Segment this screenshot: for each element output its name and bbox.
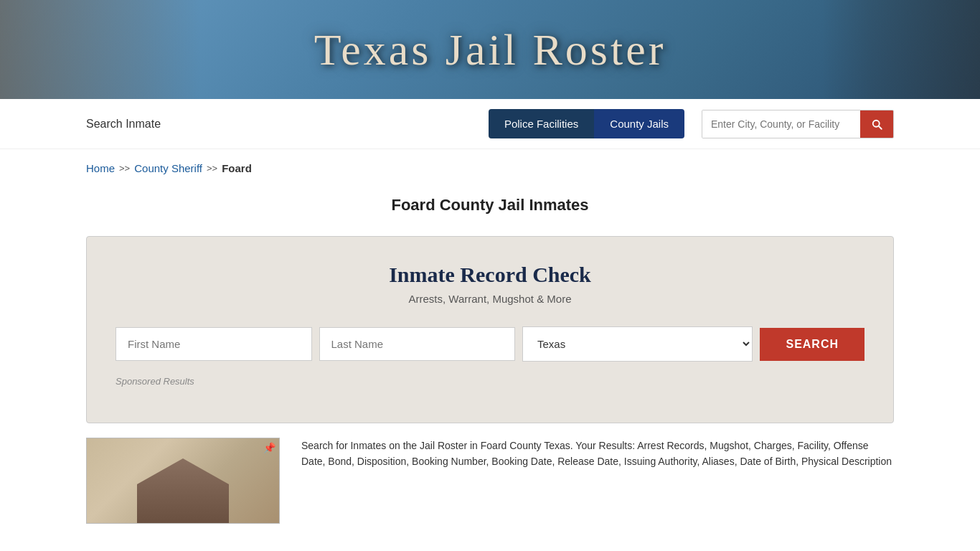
county-jails-button[interactable]: County Jails <box>594 109 684 138</box>
site-title: Texas Jail Roster <box>314 24 666 75</box>
record-check-title: Inmate Record Check <box>116 263 864 287</box>
first-name-input[interactable] <box>116 327 312 361</box>
breadcrumb-home[interactable]: Home <box>86 162 115 174</box>
header-banner: Texas Jail Roster <box>0 0 980 99</box>
record-check-box: Inmate Record Check Arrests, Warrant, Mu… <box>86 236 894 423</box>
breadcrumb-sep-1: >> <box>119 163 130 174</box>
page-title-section: Foard County Jail Inmates <box>0 182 980 222</box>
police-facilities-button[interactable]: Police Facilities <box>489 109 594 138</box>
breadcrumb-county-sheriff[interactable]: County Sheriff <box>134 162 202 174</box>
navbar: Search Inmate Police Facilities County J… <box>0 99 980 149</box>
facility-search-box <box>702 110 894 138</box>
facility-search-input[interactable] <box>702 110 860 138</box>
record-check-subtitle: Arrests, Warrant, Mugshot & More <box>116 293 864 305</box>
search-icon <box>870 118 883 131</box>
last-name-input[interactable] <box>319 327 516 361</box>
bottom-section: 📌 Search for Inmates on the Jail Roster … <box>0 438 980 524</box>
breadcrumb-sep-2: >> <box>207 163 217 174</box>
sponsored-label: Sponsored Results <box>116 376 864 387</box>
state-select[interactable]: AlabamaAlaskaArizonaArkansasCaliforniaCo… <box>522 326 753 362</box>
pin-icon: 📌 <box>263 442 275 454</box>
bottom-description: Search for Inmates on the Jail Roster in… <box>301 438 894 470</box>
facility-search-button[interactable] <box>860 110 893 138</box>
banner-right-decoration <box>822 0 980 99</box>
nav-facility-buttons: Police Facilities County Jails <box>489 109 684 138</box>
breadcrumb: Home >> County Sheriff >> Foard <box>0 149 980 182</box>
building-thumbnail: 📌 <box>86 438 280 524</box>
building-shape <box>126 458 240 523</box>
record-search-button[interactable]: SEARCH <box>760 328 864 361</box>
page-title: Foard County Jail Inmates <box>0 196 980 215</box>
search-inmate-label: Search Inmate <box>86 118 474 131</box>
record-check-form: AlabamaAlaskaArizonaArkansasCaliforniaCo… <box>116 326 864 362</box>
banner-left-decoration <box>0 0 201 99</box>
breadcrumb-current: Foard <box>222 162 252 174</box>
